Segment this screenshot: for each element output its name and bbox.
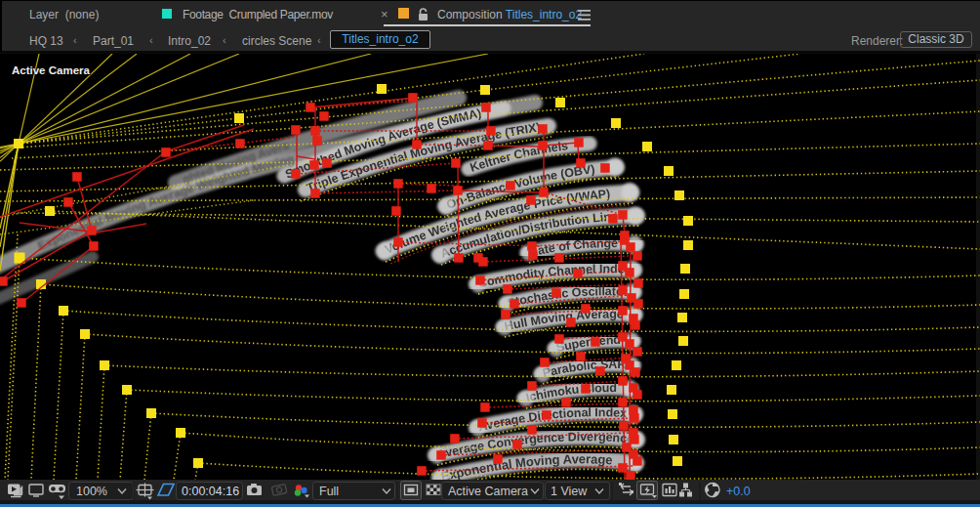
svg-text:Full: Full: [319, 485, 339, 498]
svg-text:1 View: 1 View: [551, 485, 588, 498]
svg-text:0:00:04:16: 0:00:04:16: [182, 485, 239, 498]
svg-text:+0.0: +0.0: [726, 485, 751, 498]
svg-text:100%: 100%: [76, 485, 107, 498]
svg-text:Active Camera: Active Camera: [448, 485, 528, 498]
